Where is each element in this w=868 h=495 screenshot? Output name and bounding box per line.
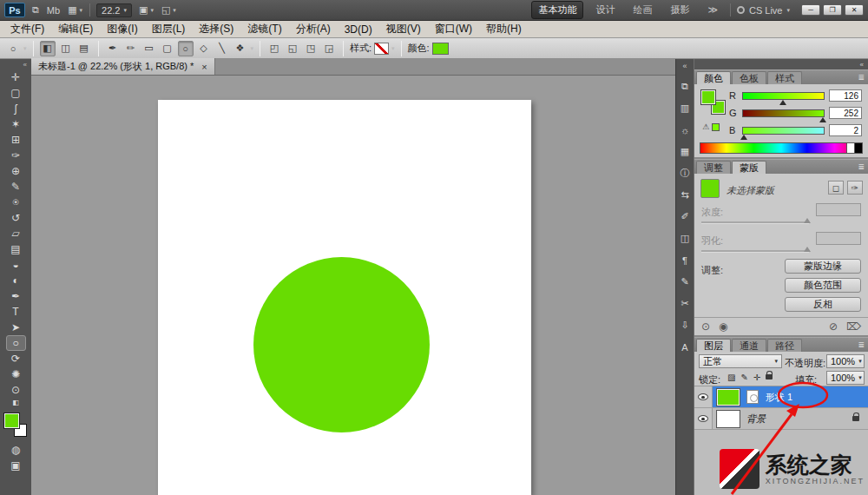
slider-thumb[interactable]	[740, 135, 747, 140]
dodge-tool[interactable]: ◐	[6, 273, 26, 288]
tab-paths[interactable]: 路径	[767, 339, 802, 352]
dock-icon-paragraph[interactable]: ¶	[678, 253, 693, 267]
expand-dock-icon[interactable]: «	[682, 62, 687, 70]
load-selection-icon[interactable]: ⊙	[701, 320, 710, 333]
photoshop-logo[interactable]: Ps	[4, 3, 25, 17]
menu-window[interactable]: 窗口(W)	[428, 21, 479, 37]
workspace-essentials[interactable]: 基本功能	[531, 1, 583, 19]
history-brush-tool[interactable]: ↺	[6, 210, 26, 226]
marquee-tool[interactable]: ▢	[6, 85, 26, 101]
path-selection-tool[interactable]: ➤	[6, 320, 26, 335]
pen-tool[interactable]: ✒	[6, 288, 26, 304]
menu-edit[interactable]: 编辑(E)	[51, 21, 100, 37]
disable-mask-icon[interactable]: ⊘	[829, 320, 838, 333]
panel-menu-icon[interactable]: ≣	[858, 162, 865, 171]
warning-icon[interactable]: ⚠	[702, 122, 709, 131]
move-tool[interactable]: ✛	[6, 69, 26, 85]
foreground-color-swatch[interactable]	[4, 413, 19, 428]
lock-transparent-icon[interactable]: ▨	[727, 373, 735, 382]
lock-all-icon[interactable]	[766, 374, 773, 380]
hand-tool[interactable]: ✺	[6, 366, 26, 382]
healing-brush-tool[interactable]: ⊕	[6, 163, 26, 179]
slider-thumb[interactable]	[804, 218, 811, 223]
polygon-shape-button[interactable]: ◇	[196, 41, 212, 56]
fill-dropdown[interactable]: 100% ▾	[826, 371, 865, 385]
crop-tool[interactable]: ⊞	[6, 132, 26, 148]
slider-thumb[interactable]	[819, 117, 826, 122]
tab-channels[interactable]: 通道	[732, 339, 766, 352]
layer-row-background[interactable]: 背景	[694, 408, 868, 430]
slider-thumb[interactable]	[779, 100, 786, 105]
feather-value-field[interactable]	[816, 232, 861, 245]
red-channel-slider[interactable]	[742, 92, 825, 100]
blur-tool[interactable]: ◒	[6, 257, 26, 273]
dock-icon-info[interactable]: ⓘ	[678, 166, 693, 181]
brush-tool[interactable]: ✎	[6, 179, 26, 195]
dock-icon-character[interactable]: A	[678, 340, 693, 354]
launch-bridge-icon[interactable]: ⧉	[31, 4, 40, 16]
quick-selection-tool[interactable]: ✶	[6, 116, 26, 132]
dock-icon-styles[interactable]: ▦	[678, 144, 693, 159]
screen-mode-toggle-icon[interactable]: ▣	[6, 458, 26, 473]
green-ellipse-shape[interactable]	[253, 257, 430, 432]
fill-pixels-mode-button[interactable]: ▤	[76, 41, 92, 56]
collapse-tools-icon[interactable]: «	[23, 61, 27, 69]
lock-position-icon[interactable]: ✛	[753, 373, 760, 382]
layer-row-shape1[interactable]: 形状 1	[694, 386, 868, 408]
tab-masks[interactable]: 蒙版	[732, 161, 766, 174]
color-range-button[interactable]: 颜色范围	[785, 278, 861, 293]
dock-icon-notes[interactable]: ✐	[678, 209, 693, 224]
line-shape-button[interactable]: ╲	[214, 41, 230, 56]
restore-button[interactable]: ❐	[823, 4, 842, 16]
dock-icon-channels[interactable]: ◫	[678, 231, 693, 246]
green-channel-value[interactable]: 252	[829, 107, 862, 119]
panel-menu-icon[interactable]: ≣	[858, 73, 865, 82]
minimize-button[interactable]: ─	[801, 4, 820, 16]
menu-3d[interactable]: 3D(D)	[338, 21, 379, 37]
vector-mask-icon[interactable]: ✑	[847, 181, 863, 195]
visibility-cell[interactable]	[694, 408, 713, 429]
combine-intersect-button[interactable]: ◳	[303, 41, 319, 56]
dock-icon-actions[interactable]: ⇆	[678, 188, 693, 202]
opacity-dropdown[interactable]: 100% ▾	[826, 354, 865, 368]
close-button[interactable]: ✕	[845, 4, 864, 16]
menu-help[interactable]: 帮助(H)	[479, 21, 529, 37]
red-channel-value[interactable]: 126	[829, 89, 862, 102]
visibility-cell[interactable]	[694, 386, 713, 407]
layer-thumbnail[interactable]	[700, 179, 720, 198]
type-tool[interactable]: T	[6, 304, 26, 320]
density-slider[interactable]	[701, 221, 809, 224]
quick-mask-icon[interactable]: ◍	[6, 442, 26, 458]
blue-channel-slider[interactable]	[742, 127, 825, 135]
menu-layer[interactable]: 图层(L)	[145, 21, 193, 37]
apply-mask-icon[interactable]: ◉	[719, 320, 727, 333]
tab-layers[interactable]: 图层	[696, 339, 731, 352]
cs-live-dropdown[interactable]: CS Live▾	[737, 5, 790, 16]
screen-mode-icon[interactable]: ◱▾	[161, 4, 177, 16]
gamut-color-chip[interactable]	[712, 123, 720, 131]
default-colors-icon[interactable]: ◧	[6, 398, 26, 408]
zoom-level-dropdown[interactable]: 22.2▾	[96, 3, 132, 17]
paths-mode-button[interactable]: ◫	[58, 41, 74, 56]
eyedropper-tool[interactable]: ✑	[6, 148, 26, 163]
collapse-panels-icon[interactable]: «	[860, 61, 864, 69]
tab-color[interactable]: 颜色	[696, 71, 731, 84]
density-value-field[interactable]	[816, 203, 861, 216]
ellipse-shape-button[interactable]: ○	[178, 41, 194, 56]
menu-file[interactable]: 文件(F)	[3, 21, 51, 37]
lasso-tool[interactable]: ʃ	[6, 101, 26, 116]
delete-mask-icon[interactable]: ⌦	[846, 320, 861, 333]
foreground-color-swatch[interactable]	[701, 90, 715, 104]
pixel-mask-icon[interactable]: ◻	[828, 181, 844, 195]
lock-image-icon[interactable]: ✎	[740, 373, 747, 382]
ellipse-tool[interactable]: ○	[6, 335, 26, 351]
rectangle-shape-button[interactable]: ▭	[141, 41, 157, 56]
menu-view[interactable]: 视图(V)	[379, 21, 428, 37]
layer-name[interactable]: 背景	[746, 412, 766, 426]
dock-icon-brushes[interactable]: ✎	[678, 274, 693, 289]
tab-close-icon[interactable]: ×	[201, 62, 207, 72]
spectrum-white-chip[interactable]	[846, 143, 854, 153]
workspace-photography[interactable]: 摄影	[664, 2, 695, 18]
blend-mode-dropdown[interactable]: 正常 ▾	[699, 354, 782, 368]
tool-preset-icon[interactable]: ○	[5, 41, 21, 56]
